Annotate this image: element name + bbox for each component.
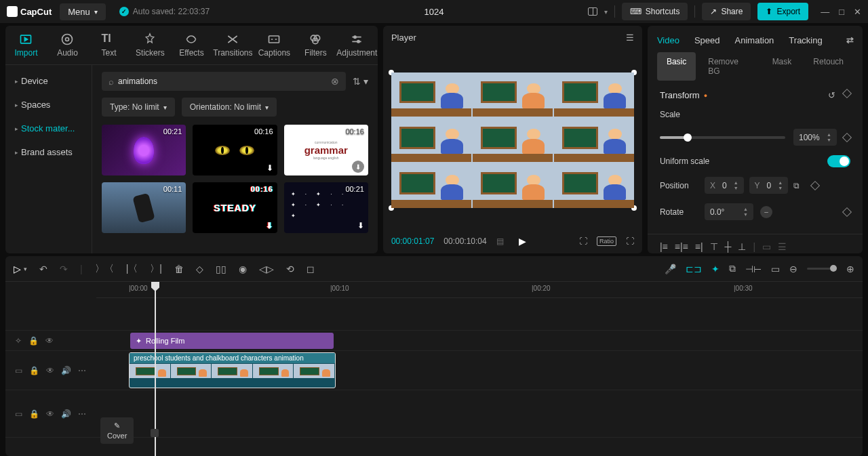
stock-card[interactable]: 00:16⬇	[193, 125, 277, 175]
stock-card[interactable]: 00:11	[102, 182, 186, 233]
stock-card[interactable]: 00:21⬇	[284, 182, 368, 233]
timeline-ruler[interactable]: |00:00 |00:10 |00:20 |00:30	[96, 282, 863, 298]
keyframe-icon[interactable]	[810, 180, 820, 190]
keyframe-icon[interactable]	[842, 207, 852, 216]
minimize-icon[interactable]: —	[821, 7, 829, 17]
uniform-scale-toggle[interactable]	[827, 155, 850, 167]
share-button[interactable]: ↗ Share	[702, 3, 751, 20]
effect-clip[interactable]: ✦Rolling Film	[130, 333, 334, 349]
orientation-filter[interactable]: Orientation: No limit▾	[182, 98, 277, 117]
track-eye-icon[interactable]: 👁	[45, 336, 54, 346]
align-left-icon[interactable]: |≡	[660, 241, 668, 252]
tab-stickers[interactable]: Stickers	[130, 26, 171, 64]
cover-button[interactable]: ✎Cover	[100, 417, 134, 444]
scale-slider[interactable]	[660, 136, 785, 139]
track-lock-icon[interactable]: 🔒	[28, 336, 39, 346]
track-type-icon[interactable]: ▭	[15, 366, 22, 375]
project-name[interactable]: 1024	[425, 7, 444, 17]
view-mode-icon[interactable]: ▤	[496, 236, 504, 246]
position-y-input[interactable]: Y0▲▼	[749, 177, 789, 194]
tab-captions[interactable]: Captions	[254, 26, 295, 64]
track-marker-icon[interactable]	[151, 429, 159, 437]
type-filter[interactable]: Type: No limit▾	[102, 98, 175, 117]
export-button[interactable]: ⬆ Export	[757, 3, 808, 20]
align-center-h-icon[interactable]: ≡|≡	[675, 241, 688, 252]
reset-icon[interactable]: ↺	[828, 90, 835, 100]
delete-icon[interactable]: 🗑	[174, 264, 184, 274]
track-type-icon[interactable]: ▭	[15, 409, 22, 419]
select-tool-icon[interactable]: ▷	[14, 264, 21, 274]
subtab-mask[interactable]: Mask	[763, 52, 802, 81]
trim-left-icon[interactable]: |〈	[126, 263, 138, 275]
keyframe-icon[interactable]	[842, 132, 852, 142]
layout-icon[interactable]	[588, 7, 597, 16]
close-icon[interactable]: ✕	[854, 7, 861, 17]
zoom-in-icon[interactable]: ⊕	[846, 264, 854, 274]
position-x-input[interactable]: X0▲▼	[705, 177, 744, 194]
track-mute-icon[interactable]: 🔊	[61, 366, 71, 375]
download-icon[interactable]: ⬇	[352, 161, 364, 173]
tab-import[interactable]: Import	[5, 26, 47, 64]
track-eye-icon[interactable]: 👁	[46, 366, 54, 375]
link-xy-icon[interactable]: ⧉	[793, 181, 800, 190]
search-input[interactable]: ⌕ ⊗	[102, 72, 346, 91]
subtab-removebg[interactable]: Remove BG	[698, 52, 760, 81]
subtab-retouch[interactable]: Retouch	[804, 52, 853, 81]
sidebar-item-brand[interactable]: ▸Brand assets	[5, 140, 92, 164]
redo-icon[interactable]: ↷	[60, 264, 68, 274]
track-more-icon[interactable]: ⋯	[78, 366, 86, 375]
magnet-icon[interactable]: ⊏⊐	[686, 264, 702, 274]
play-button[interactable]: ▶	[519, 236, 526, 247]
sidebar-item-stock[interactable]: ▸Stock mater...	[5, 117, 92, 140]
mirror-icon[interactable]: ◁▷	[259, 264, 274, 274]
tab-text[interactable]: TIText	[88, 26, 130, 64]
crop-icon[interactable]: ◻	[307, 264, 315, 274]
tab-transitions[interactable]: Transitions	[212, 26, 254, 64]
stock-card[interactable]: STEADY00:16⬇	[193, 182, 277, 233]
align-bottom-icon[interactable]: ⊥	[738, 241, 746, 252]
mic-icon[interactable]: 🎤	[665, 264, 676, 274]
zoom-out-icon[interactable]: ⊖	[789, 264, 797, 274]
menu-button[interactable]: Menu▾	[60, 3, 106, 20]
divide-icon[interactable]: ⊣⊢	[745, 264, 762, 274]
shortcuts-button[interactable]: ⌨ Shortcuts	[622, 3, 688, 20]
tab-filters[interactable]: Filters	[295, 26, 336, 64]
stock-card[interactable]: communicationgrammarlanguage english00:1…	[284, 125, 368, 175]
subtab-basic[interactable]: Basic	[657, 52, 696, 81]
marker-icon[interactable]: ◇	[196, 264, 203, 274]
align-right-icon[interactable]: ≡|	[695, 241, 703, 252]
align-middle-icon[interactable]: ┼	[725, 241, 732, 252]
video-clip[interactable]: preschool students and chalkboard charac…	[129, 352, 336, 388]
undo-icon[interactable]: ↶	[39, 264, 47, 274]
zoom-slider[interactable]	[807, 268, 837, 270]
rotate-cw-icon[interactable]: ⟲	[286, 264, 294, 274]
track-more-icon[interactable]: ⋯	[78, 409, 86, 419]
download-icon[interactable]: ⬇	[266, 221, 273, 230]
player-menu-icon[interactable]: ☰	[626, 33, 634, 43]
sidebar-item-spaces[interactable]: ▸Spaces	[5, 93, 92, 117]
tab-audio[interactable]: Audio	[47, 26, 88, 64]
distribute-icon[interactable]: ▭	[762, 241, 771, 252]
track-lock-icon[interactable]: 🔒	[29, 409, 39, 419]
sidebar-item-device[interactable]: ▸Device	[5, 69, 92, 93]
clear-search-icon[interactable]: ⊗	[331, 76, 339, 87]
rotate-dial-icon[interactable]: –	[760, 206, 772, 218]
inspector-tab-animation[interactable]: Animation	[735, 35, 774, 45]
distribute-icon[interactable]: ☰	[778, 241, 787, 252]
download-icon[interactable]: ⬇	[267, 163, 273, 173]
stock-card[interactable]: 00:21	[102, 125, 186, 175]
split-icon[interactable]: 〉〈	[95, 263, 114, 275]
tab-effects[interactable]: Effects	[171, 26, 212, 64]
trim-right-icon[interactable]: 〉|	[150, 263, 162, 275]
keyframe-icon[interactable]	[842, 89, 852, 98]
inspector-tab-tracking[interactable]: Tracking	[789, 35, 822, 45]
tab-adjustment[interactable]: Adjustment	[336, 26, 378, 64]
track-eye-icon[interactable]: 👁	[46, 409, 54, 419]
fullscreen-icon[interactable]: ⛶	[626, 236, 634, 246]
track-mute-icon[interactable]: 🔊	[61, 409, 71, 419]
maximize-icon[interactable]: □	[839, 7, 844, 17]
scale-input[interactable]: 100%▲▼	[793, 129, 837, 146]
speed-icon[interactable]: ◉	[239, 264, 247, 274]
download-icon[interactable]: ⬇	[357, 221, 364, 230]
more-tabs-icon[interactable]: ⇄	[846, 35, 853, 45]
